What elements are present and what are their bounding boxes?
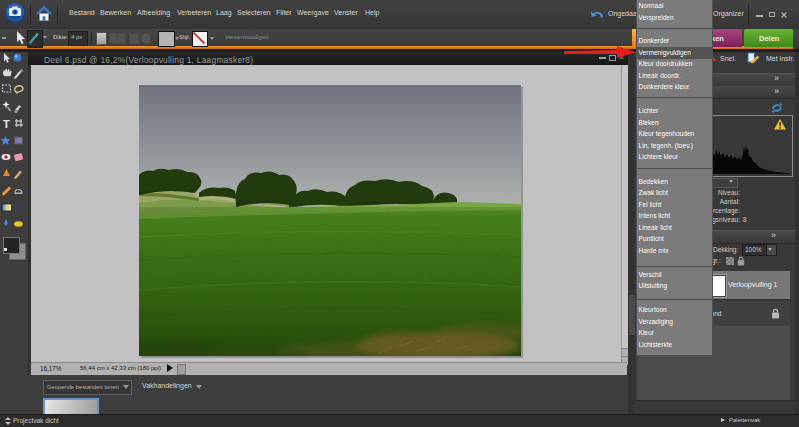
svg-text:T: T (3, 118, 10, 130)
